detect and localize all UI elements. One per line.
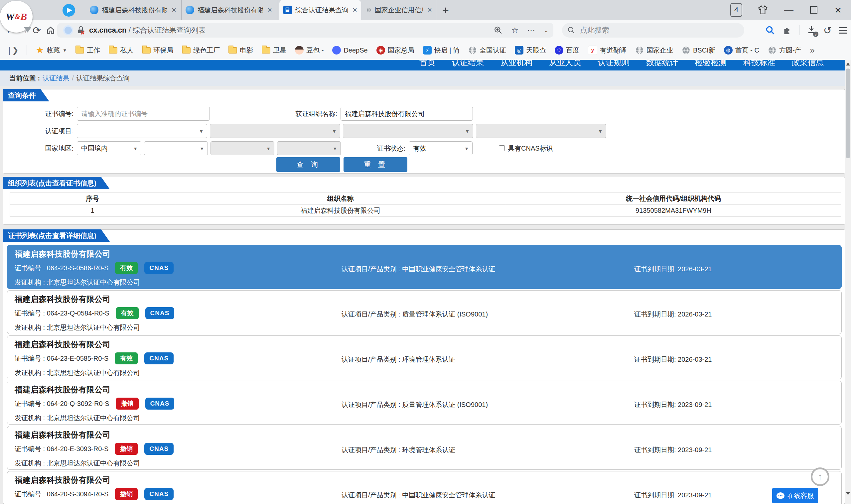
search-box[interactable]: 点此搜索 xyxy=(562,23,744,38)
undo-refresh-icon[interactable]: ↺ xyxy=(823,24,832,36)
cert-org-name: 福建启森科技股份有限公司 xyxy=(15,339,110,350)
nav-rules[interactable]: 认证规则 xyxy=(598,60,630,69)
nav-standards[interactable]: 科技标准 xyxy=(743,60,775,69)
nav-home[interactable]: 首页 xyxy=(419,60,435,69)
sidebar-toggle-icon[interactable]: ❘❯ xyxy=(6,46,18,55)
globe-icon xyxy=(468,46,477,55)
tab-close-icon[interactable]: × xyxy=(267,5,272,15)
cert-expiry: 证书到期日期: 2026-03-21 xyxy=(634,310,712,319)
tab-close-icon[interactable]: × xyxy=(427,5,432,15)
watermark-chevron xyxy=(24,27,31,33)
org-credit-code: 91350582MA31FWYM9H xyxy=(506,205,841,217)
reload-button[interactable]: ⟳ xyxy=(33,20,41,40)
cert-issuer: 发证机构 : 北京思坦达尔认证中心有限公司 xyxy=(15,459,140,468)
cert-card[interactable]: 福建启森科技股份有限公司 证书编号 : 064-20-S-3094-R0-S 撤… xyxy=(7,471,842,504)
bookmark-favorites[interactable]: ★收藏▼ xyxy=(36,46,67,55)
bookmark-bsci[interactable]: BSCI新 xyxy=(682,46,715,55)
bookmark-gsxt[interactable]: 国家企业 xyxy=(635,46,673,55)
bookmark-homepage[interactable]: ◍首页 - C xyxy=(724,46,759,55)
scroll-down-arrow[interactable] xyxy=(846,492,850,495)
bookmark-fangyuan[interactable]: 方圆-产 xyxy=(768,46,801,55)
folder-icon xyxy=(229,47,237,54)
page-scrollbar[interactable] xyxy=(845,60,851,504)
extensions-puzzle-icon[interactable] xyxy=(782,25,792,35)
nav-statistics[interactable]: 数据统计 xyxy=(646,60,678,69)
nav-inspection[interactable]: 检验检测 xyxy=(695,60,727,69)
bookmark-baidu[interactable]: ⁘百度 xyxy=(555,46,579,55)
cert-org-name: 福建启森科技股份有限公司 xyxy=(15,430,110,440)
zoom-in-icon[interactable] xyxy=(494,26,502,35)
home-button[interactable] xyxy=(46,20,55,40)
close-button[interactable]: × xyxy=(835,0,841,20)
blue-search-icon[interactable] xyxy=(765,25,775,35)
org-table-row[interactable]: 1 福建启森科技股份有限公司 91350582MA31FWYM9H xyxy=(10,205,841,217)
tab-4[interactable]: 国家企业信用信息公示系统 × xyxy=(362,0,436,20)
bookmark-gov[interactable]: ◉国家总局 xyxy=(376,46,414,55)
tab-count-badge[interactable]: 4 xyxy=(730,0,742,20)
bookmark-youdao[interactable]: y有道翻译 xyxy=(588,46,626,55)
project-select-1[interactable]: ▼ xyxy=(77,124,207,138)
globe-favicon xyxy=(367,6,371,14)
tab-2[interactable]: 福建启森科技股份有限公司 × xyxy=(181,0,277,20)
bookmark-folder[interactable]: 工作 xyxy=(75,46,100,55)
tab-close-icon[interactable]: × xyxy=(353,5,357,15)
bookmark-folder[interactable]: 电影 xyxy=(229,46,253,55)
back-to-top-button[interactable]: ↑ xyxy=(811,467,829,486)
status-select[interactable]: 有效▼ xyxy=(409,141,473,155)
tracking-shield-icon[interactable] xyxy=(65,26,72,34)
more-actions-icon[interactable]: ⋯ xyxy=(527,25,535,35)
cert-card[interactable]: 福建启森科技股份有限公司 证书编号 : 064-23-S-0586-R0-S 有… xyxy=(7,245,842,289)
cert-card[interactable]: 福建启森科技股份有限公司 证书编号 : 064-20-E-3093-R0-S 撤… xyxy=(7,426,842,470)
bookmark-folder[interactable]: 卫星 xyxy=(262,46,286,55)
bookmark-deepseek[interactable]: DeepSe xyxy=(332,46,368,55)
region-select-2[interactable]: ▼ xyxy=(144,141,208,155)
new-tab-button[interactable]: + xyxy=(438,0,455,20)
breadcrumb-current: 认证结果综合查询 xyxy=(76,74,130,83)
address-bar[interactable]: cx.cnca.cn / 综合认证结果查询列表 ☆ ⋯ ⌄ xyxy=(57,23,553,38)
tab-close-icon[interactable]: × xyxy=(172,5,176,15)
cnas-checkbox[interactable] xyxy=(499,145,505,151)
bookmark-folder[interactable]: 环保局 xyxy=(142,46,173,55)
reset-button[interactable]: 重 置 xyxy=(343,157,407,172)
pinned-tab[interactable] xyxy=(63,4,75,17)
bookmark-star-icon[interactable]: ☆ xyxy=(511,25,518,35)
cert-project: 认证项目/产品类别 : 质量管理体系认证 (ISO9001) xyxy=(341,400,488,409)
cnas-badge: CNAS xyxy=(144,443,174,455)
nav-personnel[interactable]: 从业人员 xyxy=(549,60,581,69)
bookmarks-overflow-chevron[interactable]: » xyxy=(810,45,815,55)
org-name-input[interactable] xyxy=(340,107,473,121)
scroll-up-arrow[interactable] xyxy=(846,62,850,66)
cert-no-input[interactable] xyxy=(77,107,210,121)
bookmark-cnca[interactable]: 全国认证 xyxy=(468,46,506,55)
bookmark-kuaiqi[interactable]: ⚡快启 | 简 xyxy=(423,46,460,55)
nav-cert-results[interactable]: 认证结果 xyxy=(452,60,484,69)
tab-3-active[interactable]: 目 综合认证结果查询列表 × xyxy=(279,0,361,20)
bookmark-folder[interactable]: 绿色工厂 xyxy=(182,46,220,55)
breadcrumb-link[interactable]: 认证结果 xyxy=(42,74,69,83)
tab-1[interactable]: 福建启森科技股份有限公司 × xyxy=(86,0,181,20)
cert-issuer: 发证机构 : 北京思坦达尔认证中心有限公司 xyxy=(15,368,140,377)
cert-card[interactable]: 福建启森科技股份有限公司 证书编号 : 064-23-E-0585-R0-S 有… xyxy=(7,336,842,379)
cert-card[interactable]: 福建启森科技股份有限公司 证书编号 : 064-23-Q-0584-R0-S 有… xyxy=(7,290,842,334)
cert-card[interactable]: 福建启森科技股份有限公司 证书编号 : 064-20-Q-3092-R0-S 撤… xyxy=(7,381,842,425)
folder-icon xyxy=(109,47,118,54)
nav-procurement[interactable]: 政采信息 xyxy=(792,60,824,69)
shirt-extension-icon[interactable] xyxy=(758,0,768,20)
restore-button[interactable] xyxy=(810,0,817,20)
minimize-button[interactable]: — xyxy=(784,0,794,20)
nav-institutions[interactable]: 从业机构 xyxy=(500,60,532,69)
search-button[interactable]: 查 询 xyxy=(276,157,340,172)
online-service-button[interactable]: ⋯ 在线客服 xyxy=(772,488,818,503)
status-badge: 有效 xyxy=(115,262,138,274)
bookmark-folder[interactable]: 私人 xyxy=(109,46,134,55)
bookmark-tianyancha[interactable]: ◎天眼查 xyxy=(515,46,546,55)
chevron-down-icon[interactable]: ⌄ xyxy=(544,26,549,34)
region-select-1[interactable]: 中国境内▼ xyxy=(77,141,141,155)
insecure-lock-icon[interactable] xyxy=(77,26,85,35)
downloads-icon[interactable]: v xyxy=(807,25,816,36)
bookmark-doubao[interactable]: 豆包 - xyxy=(295,46,323,55)
browser-toolbar: ← → ⟳ cx.cnca.cn / 综合认证结果查询列表 ☆ ⋯ ⌄ 点此搜索 xyxy=(0,20,851,40)
menu-hamburger-icon[interactable] xyxy=(839,27,847,34)
scrollbar-thumb[interactable] xyxy=(846,69,850,158)
cnas-badge: CNAS xyxy=(144,488,174,500)
